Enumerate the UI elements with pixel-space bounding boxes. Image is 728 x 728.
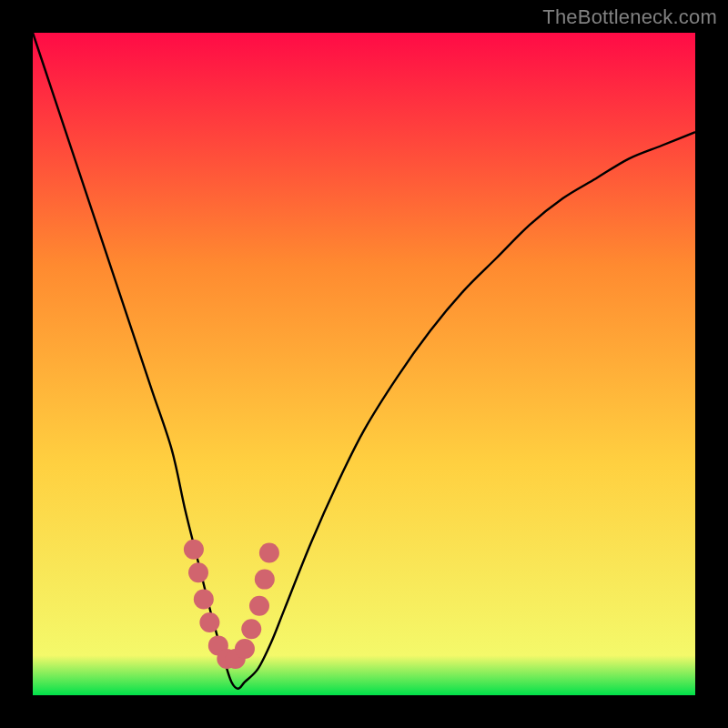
highlight-dot bbox=[249, 596, 269, 616]
highlight-dot bbox=[259, 542, 279, 562]
chart-stage: TheBottleneck.com bbox=[0, 0, 728, 728]
bottleneck-chart bbox=[0, 0, 728, 728]
highlight-dot bbox=[199, 612, 219, 632]
highlight-dot bbox=[194, 589, 214, 609]
watermark-text: TheBottleneck.com bbox=[542, 5, 717, 29]
highlight-dot bbox=[184, 540, 204, 560]
highlight-dot bbox=[188, 562, 208, 582]
plot-background bbox=[33, 33, 695, 695]
highlight-dot bbox=[241, 619, 261, 639]
highlight-dot bbox=[255, 570, 275, 590]
highlight-dot bbox=[235, 639, 255, 659]
